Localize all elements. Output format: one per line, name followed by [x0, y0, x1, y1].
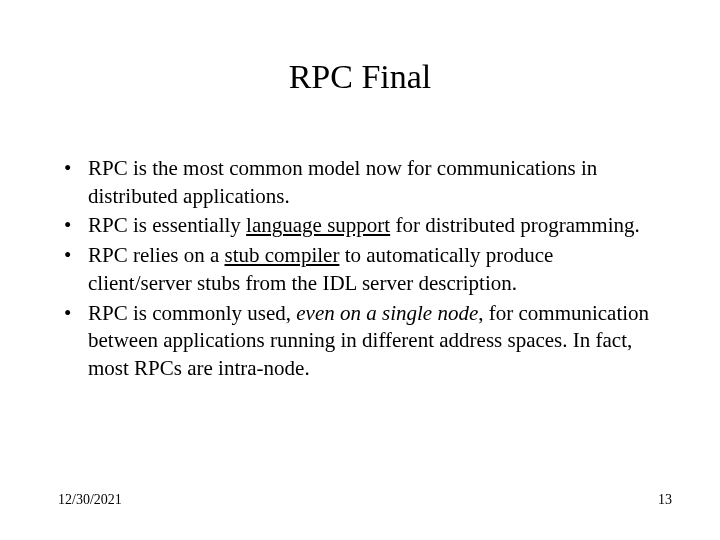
bullet-item: RPC is the most common model now for com…: [58, 155, 660, 210]
bullet-text: RPC is commonly used,: [88, 301, 296, 325]
bullet-item: RPC relies on a stub compiler to automat…: [58, 242, 660, 297]
bullet-list: RPC is the most common model now for com…: [58, 155, 660, 383]
slide-title: RPC Final: [0, 58, 720, 96]
bullet-text: RPC is the most common model now for com…: [88, 156, 597, 208]
footer-page-number: 13: [658, 492, 672, 508]
bullet-item: RPC is essentially language support for …: [58, 212, 660, 240]
bullet-text: RPC is essentially: [88, 213, 246, 237]
italic-text: even on a single node: [296, 301, 478, 325]
slide-content: RPC is the most common model now for com…: [58, 155, 660, 385]
bullet-item: RPC is commonly used, even on a single n…: [58, 300, 660, 383]
footer-date: 12/30/2021: [58, 492, 122, 508]
bullet-text: for distributed programming.: [390, 213, 640, 237]
underline-text: stub compiler: [225, 243, 340, 267]
underline-text: language support: [246, 213, 390, 237]
slide: RPC Final RPC is the most common model n…: [0, 0, 720, 540]
bullet-text: RPC relies on a: [88, 243, 225, 267]
